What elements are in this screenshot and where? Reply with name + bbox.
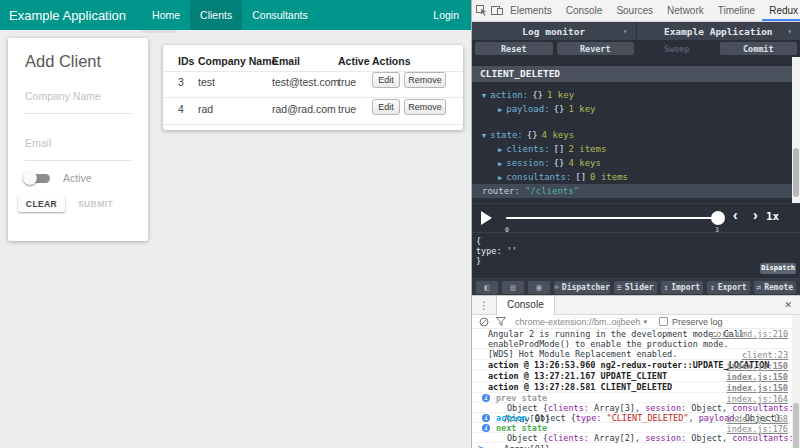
console-scrollbar[interactable] bbox=[792, 315, 800, 448]
nav-clients[interactable]: Clients bbox=[190, 0, 242, 30]
redux-bottom-toolbar: ◧ ▤ ▣ ⌨Dispatcher ≡Slider ↥Import ↧Expor… bbox=[472, 278, 800, 295]
keyboard-icon: ⌨ bbox=[554, 283, 559, 292]
console-next-state-row: i next state index.js:176 bbox=[472, 423, 800, 433]
console-action-row[interactable]: i action Object {type: "CLIENT_DELETED",… bbox=[472, 413, 800, 423]
clear-button[interactable]: CLEAR bbox=[18, 195, 65, 212]
execution-context-selector[interactable]: chrome-extension://bm..oijbeeh bbox=[515, 317, 641, 327]
lock-changes-button[interactable]: ▣ bbox=[528, 281, 550, 294]
tree-node-payload[interactable]: ▶payload:{}1 key bbox=[498, 104, 596, 114]
export-icon: ↧ bbox=[710, 283, 715, 292]
revert-button[interactable]: Revert bbox=[557, 42, 635, 55]
pause-recording-button[interactable]: ▤ bbox=[502, 281, 524, 294]
tab-network[interactable]: Network bbox=[660, 0, 711, 21]
tree-value: "/clients" bbox=[525, 186, 579, 196]
console-tab[interactable]: Console bbox=[496, 296, 555, 315]
slider-toggle-label: Slider bbox=[625, 283, 654, 292]
nav-home[interactable]: Home bbox=[142, 0, 190, 30]
example-application-page: Example Application Home Clients Consult… bbox=[0, 0, 471, 448]
slider-toggle-button[interactable]: ≡Slider bbox=[614, 281, 657, 294]
prev-state-object-preview[interactable]: Object {clients: Array[3], session: Obje… bbox=[472, 403, 800, 413]
reset-button[interactable]: Reset bbox=[475, 42, 553, 55]
tab-sources[interactable]: Sources bbox=[609, 0, 660, 21]
drawer-menu-icon[interactable]: ⋮ bbox=[472, 300, 496, 311]
dispatcher-toggle-label: Dispatcher bbox=[562, 283, 610, 292]
console-toolbar: chrome-extension://bm..oijbeeh ▾ Preserv… bbox=[472, 315, 800, 329]
console-group-client-deleted[interactable]: action @ 13:27:28.581 CLIENT_DELETED ind… bbox=[472, 382, 800, 393]
edit-button[interactable]: Edit bbox=[372, 99, 400, 115]
edit-button[interactable]: Edit bbox=[372, 72, 400, 88]
dispatch-button[interactable]: Dispatch bbox=[760, 263, 796, 274]
tree-braces: {} bbox=[554, 104, 565, 114]
instance-select[interactable]: Example Application ▾ bbox=[637, 22, 800, 40]
dispatcher-code-line[interactable]: type: '' bbox=[476, 246, 517, 256]
step-forward-icon[interactable]: › bbox=[753, 207, 758, 223]
source-link[interactable]: core.umd.js:210 bbox=[711, 330, 788, 340]
slider-icon: ≡ bbox=[617, 283, 622, 292]
dispatcher-toggle-button[interactable]: ⌨Dispatcher bbox=[554, 281, 610, 294]
monitor-select[interactable]: Log monitor ▾ bbox=[472, 22, 636, 40]
console-group-update-location[interactable]: action @ 13:26:53.960 ng2-redux-router::… bbox=[472, 360, 800, 371]
dock-position-button[interactable]: ◧ bbox=[476, 281, 498, 294]
chevron-down-icon: ▾ bbox=[787, 27, 792, 36]
cell-active: true bbox=[338, 76, 356, 88]
col-header-actions: Actions bbox=[372, 55, 411, 67]
nav-consultants[interactable]: Consultants bbox=[242, 0, 317, 30]
console-group-update-client[interactable]: action @ 13:27:21.167 UPDATE_CLIENT inde… bbox=[472, 371, 800, 382]
object-token: Array[2], bbox=[589, 433, 645, 443]
drawer-close-icon[interactable]: ✕ bbox=[776, 300, 800, 310]
object-token: Array[3], bbox=[589, 403, 645, 413]
dispatcher-code-line[interactable]: } bbox=[476, 256, 481, 266]
tab-redux[interactable]: Redux bbox=[762, 0, 800, 21]
log-scrollbar-thumb[interactable] bbox=[793, 148, 799, 197]
tree-node-action[interactable]: ▼action:{}1 key bbox=[482, 90, 574, 100]
sweep-button[interactable]: Sweep bbox=[638, 42, 716, 55]
export-button[interactable]: ↧Export bbox=[707, 281, 750, 294]
tree-node-consultants[interactable]: ▶consultants:[]0 items bbox=[498, 172, 628, 182]
tab-console[interactable]: Console bbox=[559, 0, 610, 21]
import-button[interactable]: ↥Import bbox=[661, 281, 704, 294]
clients-table-card: IDs Company Name Email Active Actions 3 … bbox=[163, 45, 463, 130]
console-message-angular: Angular 2 is running in the development … bbox=[472, 329, 800, 349]
remote-button[interactable]: ⇄Remote bbox=[754, 281, 797, 294]
slider-track[interactable] bbox=[506, 217, 723, 219]
console-scrollbar-thumb[interactable] bbox=[793, 403, 799, 448]
collapsed-arrow-icon: ▶ bbox=[498, 106, 502, 114]
company-name-field[interactable]: Company Name bbox=[25, 90, 132, 114]
tree-node-state[interactable]: ▼state:{}4 keys bbox=[482, 130, 574, 140]
tree-node-router[interactable]: router:"/clients" bbox=[472, 184, 793, 198]
property-name: session: bbox=[645, 433, 686, 443]
slider-thumb[interactable] bbox=[711, 211, 725, 225]
tree-key: payload: bbox=[506, 104, 549, 114]
remove-button[interactable]: Remove bbox=[404, 72, 446, 88]
form-title: Add Client bbox=[25, 52, 101, 71]
submit-button[interactable]: SUBMIT bbox=[78, 195, 113, 212]
play-icon[interactable] bbox=[481, 211, 492, 225]
email-field[interactable]: Email bbox=[25, 137, 132, 161]
log-scrollbar[interactable] bbox=[792, 57, 800, 203]
preserve-log-label: Preserve log bbox=[672, 317, 723, 327]
tab-timeline[interactable]: Timeline bbox=[711, 0, 762, 21]
commit-button[interactable]: Commit bbox=[720, 42, 798, 55]
tree-node-clients[interactable]: ▶clients:[]2 items bbox=[498, 144, 606, 154]
action-title[interactable]: CLIENT_DELETED bbox=[472, 66, 793, 82]
filter-icon[interactable] bbox=[496, 317, 506, 326]
console-messages: Angular 2 is running in the development … bbox=[472, 329, 800, 448]
step-back-icon[interactable]: ‹ bbox=[733, 207, 738, 223]
remote-label: Remote bbox=[764, 283, 793, 292]
redux-dispatcher: { type: '' } Dispatch bbox=[472, 232, 800, 278]
tab-elements[interactable]: Elements bbox=[503, 0, 559, 21]
preserve-log-checkbox[interactable] bbox=[659, 317, 668, 326]
device-toolbar-icon[interactable] bbox=[491, 4, 503, 18]
dispatcher-code-line[interactable]: { bbox=[476, 236, 481, 246]
inspect-element-icon[interactable] bbox=[476, 4, 487, 18]
playback-speed-button[interactable]: 1x bbox=[766, 210, 779, 223]
active-toggle[interactable] bbox=[25, 171, 50, 185]
tree-node-session[interactable]: ▶session:{}4 keys bbox=[498, 158, 601, 168]
clear-console-icon[interactable] bbox=[479, 317, 489, 327]
remove-button[interactable]: Remove bbox=[404, 99, 446, 115]
console-prompt[interactable]: > bbox=[472, 443, 800, 448]
nav-login[interactable]: Login bbox=[433, 9, 459, 21]
next-state-object-preview[interactable]: Object {clients: Array[2], session: Obje… bbox=[472, 433, 800, 443]
tree-count: 4 keys bbox=[568, 158, 601, 168]
tree-key: clients: bbox=[506, 144, 549, 154]
